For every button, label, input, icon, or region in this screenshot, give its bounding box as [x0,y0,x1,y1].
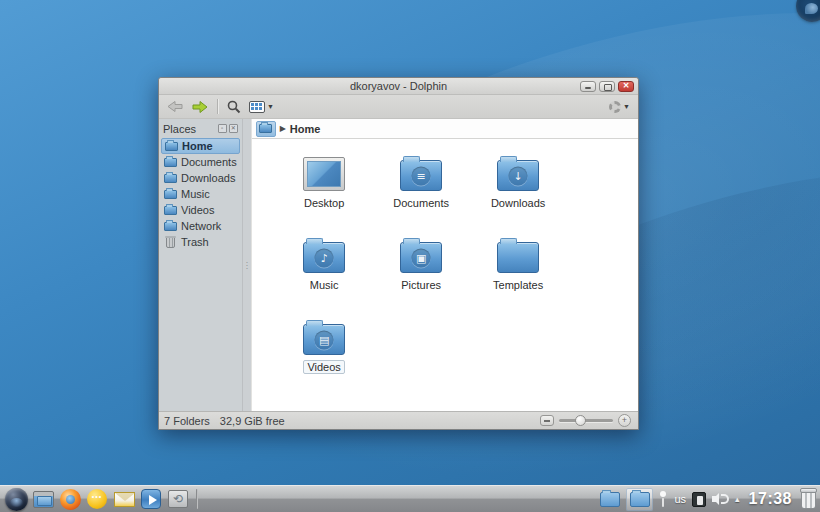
file-label: Pictures [397,278,445,292]
float-panel-icon[interactable]: ▫ [218,124,227,133]
window-title: dkoryavov - Dolphin [159,80,638,92]
places-header: Places [163,123,216,135]
forward-button[interactable] [189,97,210,117]
zoom-slider[interactable] [559,419,613,422]
file-item-documents[interactable]: ≡ Documents [373,145,470,227]
folder-icon [164,222,177,231]
file-label: Videos [303,360,344,374]
places-panel: Places ▫ ✕ Home Documents Downloads [159,119,243,411]
system-tray: us ▴ [658,490,739,508]
zoom-control [540,414,631,427]
videos-emblem-icon: ▤ [315,330,334,349]
folder-icon [164,190,177,199]
view-mode-button[interactable]: ▼ [247,97,276,117]
mail-launcher[interactable] [112,487,136,511]
task-folder-window-2[interactable] [626,488,653,511]
file-item-downloads[interactable]: ↓ Downloads [470,145,567,227]
firefox-icon [60,489,81,510]
status-free-space: 32,9 GiB free [220,415,285,427]
sidebar-item-music[interactable]: Music [161,186,240,202]
keyboard-layout-indicator[interactable]: us [674,493,686,505]
plasma-cashew-icon[interactable] [796,0,820,22]
file-manager-launcher[interactable] [31,487,55,511]
chat-launcher[interactable] [85,487,109,511]
trash-icon[interactable] [801,490,816,509]
media-player-launcher[interactable] [139,487,163,511]
firefox-launcher[interactable] [58,487,82,511]
back-icon [167,100,183,113]
folder-view[interactable]: Desktop ≡ Documents ↓ Downloads ♪ Music [252,138,638,411]
clock[interactable]: 17:38 [749,490,792,508]
zoom-in-icon[interactable] [618,414,631,427]
tray-expander-icon[interactable]: ▴ [735,494,740,504]
music-emblem-icon: ♪ [315,248,334,267]
task-folder-window-1[interactable] [596,488,623,511]
zoom-slider-handle[interactable] [575,415,586,426]
file-item-pictures[interactable]: ▣ Pictures [373,227,470,309]
mail-icon [114,492,135,507]
chevron-down-icon: ▼ [267,103,274,110]
sidebar-item-network[interactable]: Network [161,218,240,234]
icon-view-icon [249,101,265,113]
file-item-videos[interactable]: ▤ Videos [276,309,373,391]
sidebar-item-label: Trash [181,236,209,248]
sidebar-item-home[interactable]: Home [161,138,240,154]
chat-icon [87,489,107,509]
taskbar-separator [196,489,198,509]
minimize-icon[interactable] [580,81,596,92]
sidebar-item-documents[interactable]: Documents [161,154,240,170]
kickoff-launcher-button[interactable] [4,487,28,511]
maximize-icon[interactable] [599,81,615,92]
panel-splitter[interactable]: ⋮ [243,119,251,411]
file-item-templates[interactable]: Templates [470,227,567,309]
search-button[interactable] [225,97,243,117]
sidebar-item-videos[interactable]: Videos [161,202,240,218]
klipper-icon[interactable] [692,492,706,507]
desktop: dkoryavov - Dolphin [0,0,820,512]
breadcrumb-arrow-icon[interactable]: ▶ [280,124,286,133]
folder-icon: ≡ [400,160,442,191]
software-updater-icon [168,490,188,508]
file-label: Downloads [487,196,549,210]
sidebar-item-label: Downloads [181,172,235,184]
folder-blue-icon [259,124,272,133]
kickoff-launcher-icon [5,488,28,511]
file-label: Documents [389,196,453,210]
taskbar: us ▴ 17:38 [0,485,820,512]
close-panel-icon[interactable]: ✕ [229,124,238,133]
toolbar: ▼ ▼ [159,95,638,119]
volume-icon[interactable] [712,492,729,506]
chevron-down-icon: ▼ [623,103,630,110]
file-item-desktop[interactable]: Desktop [276,145,373,227]
sidebar-item-trash[interactable]: Trash [161,234,240,250]
file-label: Templates [489,278,547,292]
close-icon[interactable] [618,81,634,92]
breadcrumb-root-button[interactable] [256,121,276,137]
control-gear-icon [609,101,621,113]
control-menu-button[interactable]: ▼ [607,97,632,117]
software-updater-launcher[interactable] [166,487,190,511]
folder-icon [164,206,177,215]
desktop-monitor-icon [303,157,345,191]
sidebar-item-label: Music [181,188,210,200]
folder-icon [164,158,177,167]
folder-icon: ↓ [497,160,539,191]
file-item-music[interactable]: ♪ Music [276,227,373,309]
folder-icon [165,142,178,151]
search-icon [227,100,241,114]
file-label: Desktop [300,196,348,210]
back-button[interactable] [165,97,185,117]
folder-window-icon [630,492,650,507]
folder-window-icon [600,492,620,507]
zoom-out-icon[interactable] [540,415,554,426]
pictures-emblem-icon: ▣ [412,248,431,267]
titlebar[interactable]: dkoryavov - Dolphin [159,78,638,95]
downloads-emblem-icon: ↓ [509,166,528,185]
breadcrumb-home[interactable]: Home [290,123,321,135]
sidebar-item-downloads[interactable]: Downloads [161,170,240,186]
folder-icon: ▤ [303,324,345,355]
sidebar-item-label: Videos [181,204,214,216]
device-notifier-icon[interactable] [658,490,668,508]
sidebar-item-label: Documents [181,156,237,168]
folder-icon: ♪ [303,242,345,273]
